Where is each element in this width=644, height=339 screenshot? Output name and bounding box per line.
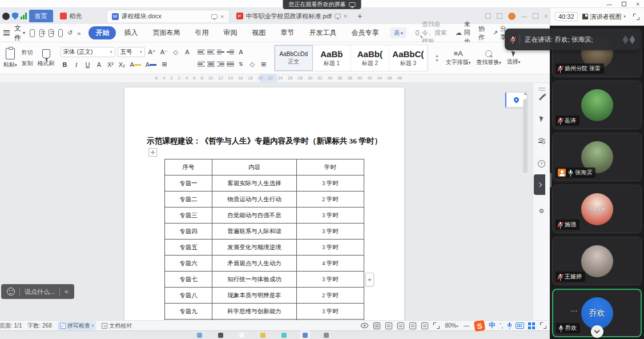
table-cell[interactable]: 知行统一与体验成功 <box>212 272 297 288</box>
table-cell[interactable]: 普遍联系与人际和谐 <box>212 224 297 240</box>
ribbon-tab-7[interactable]: 章节 <box>273 26 301 39</box>
tab-close-icon[interactable]: × <box>220 13 224 20</box>
copy-button[interactable]: 复制 <box>22 59 33 67</box>
table-cell[interactable]: 专题二 <box>165 192 212 208</box>
font-size-select[interactable]: 五号▾ <box>118 47 145 57</box>
participant-tile-4[interactable]: 中国加油施强 <box>552 185 642 233</box>
hamburger-icon[interactable] <box>3 30 10 35</box>
collapse-panel-button[interactable] <box>591 325 603 338</box>
table-cell[interactable]: 专题三 <box>165 208 212 224</box>
taskbar-icon-1[interactable] <box>197 333 202 338</box>
shading-icon[interactable]: ◇ <box>248 59 257 69</box>
sliders-icon[interactable] <box>538 139 545 143</box>
rail-handle[interactable] <box>538 87 545 89</box>
bold-button[interactable]: B <box>61 59 70 69</box>
ribbon-tab-9[interactable]: 会员专享 <box>344 26 385 39</box>
grid-icon[interactable] <box>497 13 502 19</box>
fit-page-icon[interactable] <box>433 322 440 329</box>
table-cell[interactable]: 2 学时 <box>297 288 364 304</box>
chat-collapse-button[interactable]: < <box>65 288 68 295</box>
table-cell[interactable]: 3 学时 <box>297 240 364 256</box>
table-cell[interactable]: 科学思维与创新能力 <box>212 304 297 320</box>
page-view-icon[interactable] <box>373 322 380 329</box>
ribbon-tab-1[interactable]: 开始 <box>88 26 116 39</box>
table-cell[interactable]: 专题九 <box>165 304 212 320</box>
table-header-cell[interactable]: 内容 <box>212 159 297 176</box>
account-avatar[interactable] <box>508 13 516 20</box>
taskbar-icon-5[interactable] <box>281 333 287 338</box>
align-center-icon[interactable] <box>207 61 215 67</box>
borders-icon[interactable]: ⊞ <box>259 59 268 69</box>
more-icon[interactable]: » <box>77 30 80 37</box>
sogou-logo-icon[interactable]: S <box>474 320 485 331</box>
ribbon-tab-8[interactable]: 开发工具 <box>302 26 343 39</box>
tab-close-icon[interactable]: × <box>344 13 347 19</box>
ruler[interactable]: 6 4 2 2 4 6 8 10 12 14 16 18 20 22 24 26… <box>0 74 550 83</box>
table-cell[interactable]: 矛盾观点与人生动力 <box>212 256 297 272</box>
help-icon[interactable]: ? <box>538 160 545 167</box>
participant-tile-3[interactable]: 张海滨 <box>552 133 642 181</box>
table-cell[interactable]: 3 学时 <box>297 208 364 224</box>
my-mic-muted-icon[interactable] <box>510 37 515 43</box>
zoom-level[interactable]: 80%▾ <box>445 322 458 329</box>
ribbon-tab-3[interactable]: 页面布局 <box>146 26 187 39</box>
new-tab-button[interactable]: + <box>354 11 365 21</box>
more-options-dots[interactable]: ⋯ <box>570 307 578 315</box>
subscript-button[interactable]: X₂ <box>118 59 127 69</box>
gallery-scroll[interactable]: ▲▼ <box>434 45 440 71</box>
preview-icon[interactable] <box>58 29 63 37</box>
emoji-icon[interactable] <box>7 288 15 296</box>
ribbon-tab-4[interactable]: 引用 <box>188 26 215 39</box>
align-right-icon[interactable] <box>217 61 224 67</box>
web-view-icon[interactable] <box>409 322 416 329</box>
ink-view-icon[interactable] <box>421 322 428 329</box>
taskbar-icon-3[interactable] <box>239 333 244 338</box>
pinned-group-chip[interactable]: 表 ▸ <box>390 27 406 38</box>
table-cell[interactable]: 4 学时 <box>297 256 364 272</box>
ime-grid-icon[interactable] <box>528 322 531 325</box>
minimize-button[interactable]: — <box>606 1 612 7</box>
tab-docer[interactable]: 稻壳 <box>55 10 104 22</box>
collaborate-button[interactable]: 协作 <box>478 25 485 42</box>
font-name-select[interactable]: 宋体 (正文)▾ <box>61 47 115 57</box>
table-cell[interactable]: 2 学时 <box>297 192 364 208</box>
table-cell[interactable]: 3 学时 <box>297 224 364 240</box>
close-button[interactable]: × <box>636 1 639 7</box>
table-cell[interactable]: 客观实际与人生选择 <box>212 176 297 192</box>
clear-format-button[interactable]: ◇ <box>171 47 180 57</box>
ime-punct-toggle[interactable]: ’, <box>500 322 503 330</box>
decrease-indent-icon[interactable] <box>217 49 224 55</box>
table-cell[interactable]: 专题四 <box>165 224 212 240</box>
style-preset-2[interactable]: AaBḃ标题 1 <box>313 45 351 71</box>
keyboard-icon[interactable] <box>516 322 524 329</box>
superscript-button[interactable]: X² <box>106 59 115 69</box>
table-cell[interactable]: 专题八 <box>165 288 212 304</box>
outline-view-icon[interactable] <box>385 322 392 329</box>
file-menu[interactable]: 文件 ▾ <box>14 23 25 43</box>
select-tool-icon[interactable] <box>539 115 544 122</box>
table-cell[interactable]: 专题一 <box>165 176 212 192</box>
view-mode-select[interactable]: 演讲者视图 ▾ <box>582 13 626 21</box>
align-left-icon[interactable] <box>198 61 205 67</box>
cut-button[interactable]: 剪切 <box>22 49 33 57</box>
table-cell[interactable]: 现象本质与明辨是非 <box>212 288 297 304</box>
text-layout-button[interactable]: ≡A 文字排版▾ <box>446 45 471 71</box>
tab-document[interactable]: W 课程模块.docx × <box>107 10 230 22</box>
table-cell[interactable]: 物质运动与人生行动 <box>212 192 297 208</box>
undo-icon[interactable]: ↺ <box>67 29 73 37</box>
rail-expand-tab[interactable] <box>534 174 545 195</box>
chat-quick-bar[interactable]: 说点什么... < <box>1 284 74 299</box>
table-header-cell[interactable]: 学时 <box>297 159 364 176</box>
ribbon-tab-5[interactable]: 审阅 <box>216 26 244 39</box>
char-border-button[interactable]: ⊞ <box>160 59 169 69</box>
table-move-handle[interactable]: ✛ <box>148 148 157 157</box>
chat-input-placeholder[interactable]: 说点什么... <box>25 288 55 296</box>
layout-icon[interactable] <box>485 13 491 19</box>
taskbar-icon-2[interactable] <box>218 333 223 338</box>
tab-home[interactable]: 首页 <box>29 10 53 22</box>
maximize-button[interactable] <box>622 2 626 6</box>
table-cell[interactable]: 发展变化与顺境逆境 <box>212 240 297 256</box>
taskbar-icon-4[interactable] <box>260 333 265 338</box>
char-scale-icon[interactable]: A <box>236 47 245 57</box>
print-icon[interactable] <box>49 29 54 37</box>
